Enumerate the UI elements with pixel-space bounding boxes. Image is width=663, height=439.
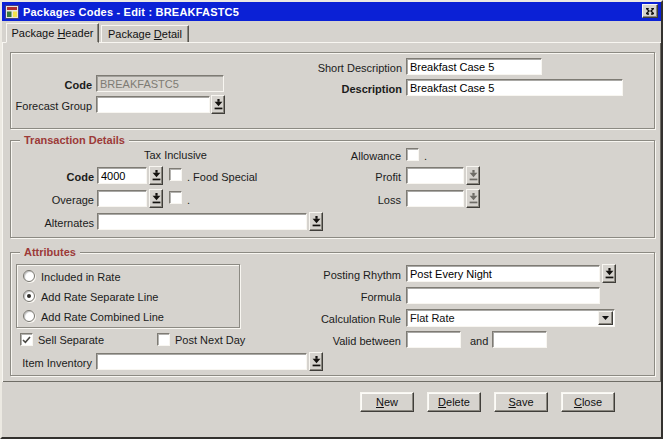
button-label-part: elete [446,396,470,408]
dropdown-arrow-icon [602,316,609,320]
post-next-day-checkbox[interactable] [157,333,170,346]
food-special-label: . Food Special [187,171,257,184]
formula-field[interactable] [406,287,600,304]
item-inventory-lov-button[interactable] [309,352,323,371]
close-button[interactable] [642,4,658,18]
overage-field[interactable] [97,190,147,207]
lov-down-arrow-icon [214,99,223,110]
combo-arrow-button[interactable] [598,311,613,325]
valid-from-field[interactable] [406,331,461,348]
lov-down-arrow-icon [469,170,478,181]
save-button[interactable]: Save [494,392,548,412]
lov-down-arrow-icon [469,193,478,204]
title-bar: Packages Codes - Edit : BREAKFASTC5 [2,2,661,21]
radio-add-rate-separate-line[interactable] [23,290,35,302]
item-inventory-field[interactable] [96,353,307,370]
button-label-part: ew [384,396,398,408]
lov-down-arrow-icon [605,268,614,279]
button-label-part: ave [516,396,534,408]
tab-label-accel: D [154,28,162,40]
alternates-field[interactable] [97,213,307,230]
posting-rhythm-lov-button[interactable] [602,264,616,283]
lov-down-arrow-icon [152,193,161,204]
transaction-code-field[interactable] [97,167,147,184]
overage-label: Overage [20,194,94,207]
tab-label-part: Package [12,27,58,39]
tab-label-part: Package [108,28,154,40]
close-icon [646,8,654,15]
button-label-accel: S [508,396,515,408]
calculation-rule-label: Calculation Rule [291,313,401,326]
transaction-code-lov-button[interactable] [149,166,163,185]
delete-button[interactable]: Delete [427,392,481,412]
tab-package-header[interactable]: Package Header [6,23,99,43]
short-description-label: Short Description [282,62,402,75]
forecast-group-label: Forecast Group [12,100,92,113]
code-label: Code [12,79,92,92]
button-label-part: lose [582,396,602,408]
alternates-label: Alternates [20,217,94,230]
food-special-checkbox[interactable] [169,168,182,181]
packages-codes-window: Packages Codes - Edit : BREAKFASTC5 Pack… [0,0,663,439]
item-inventory-label: Item Inventory [12,357,92,370]
transaction-code-label: Code [20,171,94,184]
forecast-group-field[interactable] [96,96,210,113]
code-field [96,75,224,92]
close-button-footer[interactable]: Close [561,392,615,412]
calculation-rule-value: Flat Rate [410,312,455,324]
profit-field[interactable] [406,167,464,184]
included-in-rate-label: Included in Rate [41,271,121,284]
description-label: Description [282,83,402,96]
overage-lov-button[interactable] [149,189,163,208]
short-description-field[interactable] [406,58,542,75]
tab-package-detail[interactable]: Package Detail [101,25,189,43]
overage-checkbox[interactable] [169,191,182,204]
app-icon [5,5,19,19]
profit-label: Profit [301,171,401,184]
posting-rhythm-field[interactable] [406,265,600,282]
lov-down-arrow-icon [152,170,161,181]
add-rate-combined-line-label: Add Rate Combined Line [41,311,164,324]
new-button[interactable]: New [360,392,414,412]
valid-between-label: Valid between [291,335,401,348]
alternates-lov-button[interactable] [309,212,323,231]
sell-separate-label: Sell Separate [38,334,104,347]
radio-included-in-rate[interactable] [23,270,35,282]
lov-down-arrow-icon [312,356,321,367]
overage-suffix: . [187,194,190,207]
allowance-checkbox[interactable] [406,148,419,161]
button-label-accel: N [376,396,384,408]
transaction-details-title: Transaction Details [20,134,129,146]
description-field[interactable] [406,79,623,96]
loss-field[interactable] [406,190,464,207]
and-label: and [470,335,488,348]
formula-label: Formula [291,291,401,304]
tax-inclusive-label: Tax Inclusive [144,149,207,162]
window-title: Packages Codes - Edit : BREAKFASTC5 [23,6,239,18]
loss-lov-button[interactable] [466,189,480,208]
button-label-accel: D [438,396,446,408]
tab-label-part: eader [65,27,93,39]
valid-to-field[interactable] [492,331,547,348]
allowance-suffix: . [424,150,427,163]
attributes-title: Attributes [20,246,80,258]
lov-down-arrow-icon [312,216,321,227]
posting-rhythm-label: Posting Rhythm [291,269,401,282]
forecast-group-lov-button[interactable] [211,95,225,114]
add-rate-separate-line-label: Add Rate Separate Line [41,291,158,304]
allowance-label: Allowance [301,150,401,163]
tab-label-part: etail [162,28,182,40]
calculation-rule-combobox[interactable]: Flat Rate [406,309,615,327]
sell-separate-checkbox[interactable] [20,333,33,346]
check-icon [22,336,31,344]
post-next-day-label: Post Next Day [175,334,245,347]
radio-add-rate-combined-line[interactable] [23,310,35,322]
loss-label: Loss [301,194,401,207]
profit-lov-button[interactable] [466,166,480,185]
button-label-accel: C [574,396,582,408]
